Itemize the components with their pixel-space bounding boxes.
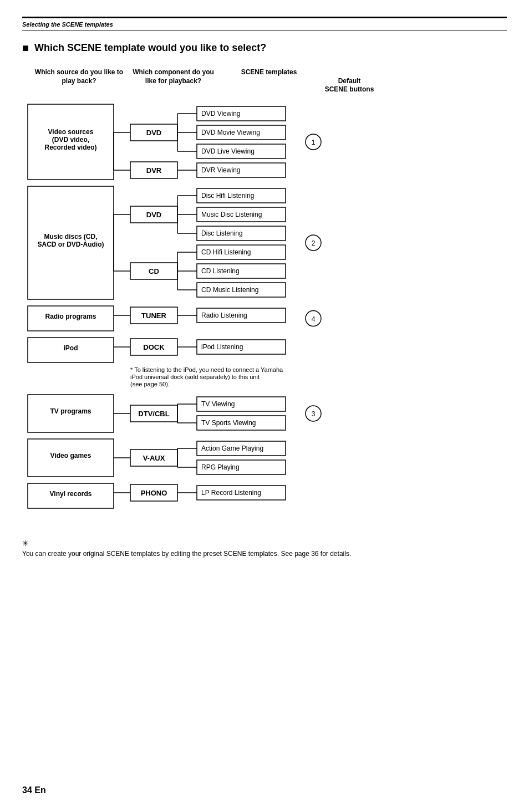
svg-text:Disc Hifi Listening: Disc Hifi Listening [201,192,254,200]
svg-text:Vinyl records: Vinyl records [50,489,92,497]
page-title: Which SCENE template would you like to s… [22,42,507,54]
svg-text:DVD Viewing: DVD Viewing [201,110,240,118]
svg-text:TV programs: TV programs [50,407,91,415]
svg-text:PHONO: PHONO [141,489,167,497]
svg-text:DVD: DVD [146,211,161,219]
svg-text:Video games: Video games [50,452,91,459]
svg-text:Radio Listening: Radio Listening [201,311,247,319]
svg-text:DOCK: DOCK [143,343,165,351]
svg-text:(see page 50).: (see page 50). [130,381,170,387]
svg-text:1: 1 [312,139,316,146]
page-container: Selecting the SCENE templates Which SCEN… [0,0,529,580]
svg-text:DVD: DVD [146,129,161,137]
svg-text:Video sources: Video sources [48,128,94,136]
svg-text:4: 4 [312,315,316,323]
col-header-3: SCENE templates [216,68,322,94]
svg-text:CD Music Listening: CD Music Listening [201,286,258,294]
tip-icon: ✳ [22,539,507,548]
svg-text:CD Listening: CD Listening [201,267,240,275]
svg-text:Radio programs: Radio programs [45,312,96,320]
svg-text:2: 2 [312,239,316,247]
page-title-text: Which SCENE template would you like to s… [34,42,266,54]
svg-text:3: 3 [312,410,316,418]
svg-text:RPG Playing: RPG Playing [201,463,240,471]
svg-text:TV Viewing: TV Viewing [201,400,235,408]
svg-text:DVR: DVR [146,166,162,175]
svg-text:iPod universal dock (sold sepa: iPod universal dock (sold separately) to… [130,374,260,380]
column-headers: Which source do you like to play back? W… [22,68,507,94]
svg-text:DVR Viewing: DVR Viewing [201,166,240,174]
svg-text:DVD Live Viewing: DVD Live Viewing [201,147,255,155]
svg-text:DTV/CBL: DTV/CBL [138,410,169,418]
svg-text:TUNER: TUNER [141,311,166,320]
svg-text:iPod Listening: iPod Listening [201,343,243,351]
col-header-1: Which source do you like to play back? [28,68,130,94]
svg-text:DVD Movie Viewing: DVD Movie Viewing [201,129,260,136]
svg-text:Action Game Playing: Action Game Playing [201,445,263,452]
tip-text: You can create your original SCENE templ… [22,550,507,558]
svg-text:CD: CD [149,267,159,275]
col-header-4: Default SCENE buttons [322,68,377,94]
svg-text:TV Sports Viewing: TV Sports Viewing [201,419,256,427]
svg-text:Disc Listening: Disc Listening [201,229,243,237]
svg-text:CD Hifi Listening: CD Hifi Listening [201,248,251,256]
section-header-text: Selecting the SCENE templates [22,21,113,28]
svg-text:Music discs (CD,: Music discs (CD, [44,233,97,241]
col-header-2: Which component do you like for playback… [130,68,216,94]
page-number: 34 En [22,785,46,795]
tip-section: ✳ You can create your original SCENE tem… [22,539,507,558]
svg-text:V-AUX: V-AUX [143,454,165,462]
diagram-area: Video sources(DVD video,Recorded video)D… [22,99,505,528]
svg-text:Recorded video): Recorded video) [44,144,96,151]
section-header: Selecting the SCENE templates [22,17,507,30]
svg-text:LP Record Listening: LP Record Listening [201,489,261,497]
svg-text:SACD or DVD-Audio): SACD or DVD-Audio) [38,241,104,248]
scene-diagram: Video sources(DVD video,Recorded video)D… [22,99,505,526]
svg-text:* To listening to the iPod, yo: * To listening to the iPod, you need to … [130,366,283,373]
svg-text:(DVD video,: (DVD video, [52,136,89,144]
svg-text:iPod: iPod [64,344,78,351]
svg-text:Music Disc Listening: Music Disc Listening [201,211,262,218]
